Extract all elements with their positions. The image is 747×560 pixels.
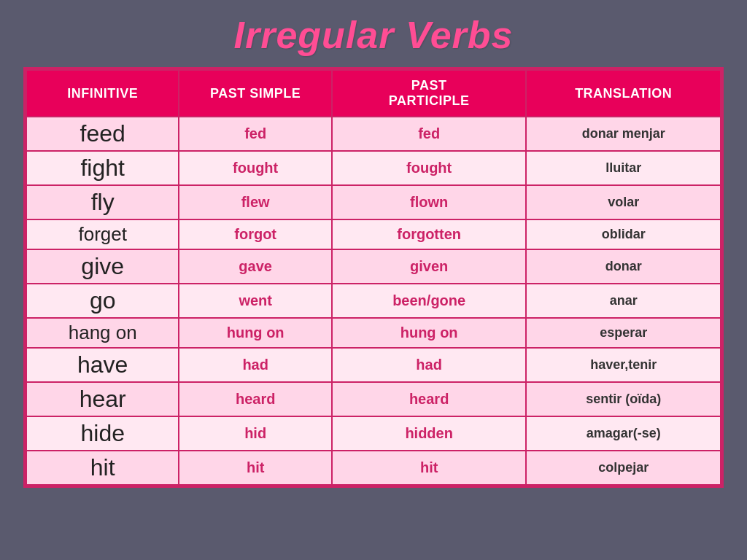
table-row: hearheardheardsentir (oïda) [26,382,721,416]
cell-infinitive: feed [26,117,179,151]
cell-infinitive: forget [26,219,179,249]
page-title: Irregular Verbs [233,13,513,57]
cell-translation: colpejar [526,451,721,485]
cell-past-simple: hit [179,451,331,485]
table-row: fightfoughtfoughtlluitar [26,151,721,185]
header-past-participle: PASTPARTICIPLE [332,70,527,117]
cell-past-participle: hidden [332,416,527,451]
cell-translation: haver,tenir [526,348,721,382]
cell-translation: anar [526,284,721,318]
table-row: havehadhadhaver,tenir [26,348,721,382]
cell-past-simple: forgot [179,219,331,249]
cell-translation: volar [526,185,721,219]
cell-translation: donar menjar [526,117,721,151]
table-row: hang onhung onhung onesperar [26,318,721,348]
cell-infinitive: hide [26,416,179,451]
cell-past-participle: fed [332,117,527,151]
cell-past-participle: hit [332,451,527,485]
cell-past-simple: heard [179,382,331,416]
cell-past-participle: forgotten [332,219,527,249]
cell-past-participle: fought [332,151,527,185]
cell-past-participle: had [332,348,527,382]
table-row: givegavegivendonar [26,249,721,284]
cell-infinitive: fly [26,185,179,219]
cell-past-simple: fed [179,117,331,151]
header-translation: TRANSLATION [526,70,721,117]
cell-past-simple: gave [179,249,331,284]
cell-infinitive: go [26,284,179,318]
cell-past-simple: had [179,348,331,382]
verb-table-container: INFINITIVE PAST SIMPLE PASTPARTICIPLE TR… [23,67,724,488]
cell-infinitive: give [26,249,179,284]
cell-past-participle: hung on [332,318,527,348]
table-header-row: INFINITIVE PAST SIMPLE PASTPARTICIPLE TR… [26,70,721,117]
cell-past-simple: hid [179,416,331,451]
table-row: forgetforgotforgottenoblidar [26,219,721,249]
cell-past-simple: hung on [179,318,331,348]
cell-translation: esperar [526,318,721,348]
table-row: feedfedfeddonar menjar [26,117,721,151]
cell-past-participle: been/gone [332,284,527,318]
cell-translation: oblidar [526,219,721,249]
cell-translation: donar [526,249,721,284]
cell-infinitive: hit [26,451,179,485]
cell-infinitive: fight [26,151,179,185]
table-row: flyflewflownvolar [26,185,721,219]
cell-infinitive: hang on [26,318,179,348]
cell-infinitive: hear [26,382,179,416]
cell-past-simple: went [179,284,331,318]
cell-past-simple: flew [179,185,331,219]
header-infinitive: INFINITIVE [26,70,179,117]
cell-translation: sentir (oïda) [526,382,721,416]
cell-past-participle: heard [332,382,527,416]
cell-past-participle: flown [332,185,527,219]
cell-past-simple: fought [179,151,331,185]
table-row: hidehidhiddenamagar(-se) [26,416,721,451]
cell-translation: lluitar [526,151,721,185]
cell-translation: amagar(-se) [526,416,721,451]
table-row: gowentbeen/goneanar [26,284,721,318]
header-past-simple: PAST SIMPLE [179,70,331,117]
table-row: hithithitcolpejar [26,451,721,485]
table-body: feedfedfeddonar menjarfightfoughtfoughtl… [26,117,721,485]
cell-past-participle: given [332,249,527,284]
cell-infinitive: have [26,348,179,382]
irregular-verbs-table: INFINITIVE PAST SIMPLE PASTPARTICIPLE TR… [26,69,721,486]
